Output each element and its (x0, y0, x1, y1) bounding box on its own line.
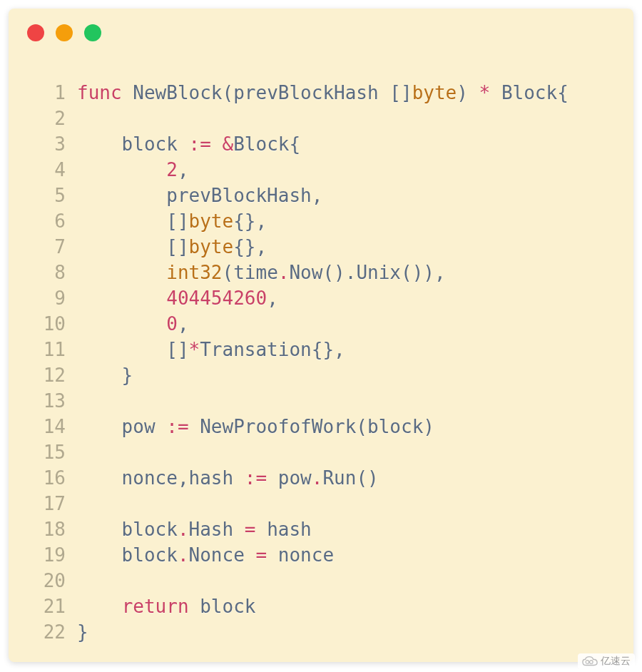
code-content: 0, (77, 311, 189, 337)
code-line: 4 2, (33, 157, 619, 183)
code-token: Hash (189, 519, 245, 540)
line-number: 20 (33, 568, 66, 594)
code-content: []byte{}, (77, 234, 267, 260)
code-content: } (77, 619, 88, 645)
code-token: func (77, 82, 133, 103)
code-token: Now (289, 262, 322, 283)
code-content: []byte{}, (77, 208, 267, 234)
code-content: } (77, 362, 133, 388)
code-token (77, 262, 166, 283)
code-line: 22} (33, 619, 619, 645)
code-token: byte (189, 236, 234, 258)
maximize-icon[interactable] (84, 24, 101, 41)
line-number: 11 (33, 337, 66, 362)
code-line: 11 []*Transation{}, (33, 337, 619, 362)
code-token: . (312, 467, 323, 489)
code-line: 1func NewBlock(prevBlockHash []byte) * B… (33, 80, 619, 106)
code-token: 404454260 (166, 287, 267, 309)
code-token: { (289, 133, 300, 155)
code-content: 2, (77, 157, 189, 183)
line-number: 8 (33, 260, 66, 285)
code-token: block (367, 416, 423, 437)
line-number: 21 (33, 594, 66, 619)
code-token: 0 (166, 313, 178, 335)
code-token: } (77, 621, 88, 643)
code-token: NewProofofWork (200, 416, 356, 437)
code-content: []*Transation{}, (77, 337, 345, 362)
code-line: 21 return block (33, 594, 619, 619)
line-number: 7 (33, 234, 66, 260)
code-token: Unix (356, 262, 401, 283)
code-token: } (77, 365, 133, 386)
code-token: {}, (233, 210, 267, 232)
close-icon[interactable] (27, 24, 44, 41)
line-number: 16 (33, 465, 66, 491)
code-token: Nonce (189, 544, 256, 566)
code-token: return (122, 596, 200, 617)
line-number: 22 (33, 619, 66, 645)
code-token: , (312, 185, 323, 206)
code-token: prevBlockHash (77, 185, 312, 206)
code-token: block (200, 596, 255, 617)
line-number: 15 (33, 439, 66, 465)
watermark: 亿速云 (578, 653, 635, 669)
line-number: 6 (33, 208, 66, 234)
code-line: 2 (33, 106, 619, 131)
code-token: (). (322, 262, 356, 283)
code-token: NewBlock (133, 82, 222, 103)
code-token: Block (501, 82, 557, 103)
code-line: 17 (33, 491, 619, 516)
minimize-icon[interactable] (56, 24, 73, 41)
line-number: 12 (33, 362, 66, 388)
svg-point-0 (586, 661, 589, 664)
code-token: Run (322, 467, 356, 489)
code-token: block (77, 519, 178, 540)
code-token: {}, (233, 236, 267, 258)
code-token: = (255, 544, 277, 566)
code-content: block.Nonce = nonce (77, 542, 334, 568)
code-token: pow (77, 416, 166, 437)
code-token: := (245, 467, 278, 489)
svg-point-1 (590, 661, 593, 664)
cloud-icon (582, 656, 598, 667)
line-number: 9 (33, 285, 66, 311)
code-token: {}, (312, 339, 345, 360)
line-number: 4 (33, 157, 66, 183)
line-number: 3 (33, 131, 66, 157)
code-line: 13 (33, 388, 619, 414)
code-token: ( (223, 82, 234, 103)
code-token: := & (189, 133, 234, 155)
code-token: , (178, 313, 189, 335)
code-token (77, 313, 166, 335)
code-line: 8 int32(time.Now().Unix()), (33, 260, 619, 285)
code-content: pow := NewProofofWork(block) (77, 414, 434, 439)
code-token: int32 (166, 262, 222, 283)
code-content: 404454260, (77, 285, 278, 311)
line-number: 2 (33, 106, 66, 131)
watermark-text: 亿速云 (601, 655, 631, 668)
code-token: nonce (278, 544, 334, 566)
code-content: prevBlockHash, (77, 183, 322, 208)
code-token: ( (223, 262, 234, 283)
line-number: 10 (33, 311, 66, 337)
code-line: 9 404454260, (33, 285, 619, 311)
code-token: block (77, 544, 178, 566)
code-token: nonce (77, 467, 178, 489)
code-token (77, 596, 122, 617)
code-token: [] (77, 339, 189, 360)
code-token: Block (233, 133, 289, 155)
code-token: block (77, 133, 189, 155)
code-line: 7 []byte{}, (33, 234, 619, 260)
code-token: , (178, 467, 189, 489)
code-token: { (557, 82, 569, 103)
line-number: 17 (33, 491, 66, 516)
code-content: func NewBlock(prevBlockHash []byte) * Bl… (77, 80, 569, 106)
code-token: hash (267, 519, 312, 540)
code-content: return block (77, 594, 255, 619)
code-line: 16 nonce,hash := pow.Run() (33, 465, 619, 491)
code-token: time (233, 262, 278, 283)
code-line: 6 []byte{}, (33, 208, 619, 234)
code-token: pow (278, 467, 312, 489)
code-editor: 1func NewBlock(prevBlockHash []byte) * B… (33, 80, 619, 648)
code-token: * (479, 82, 501, 103)
